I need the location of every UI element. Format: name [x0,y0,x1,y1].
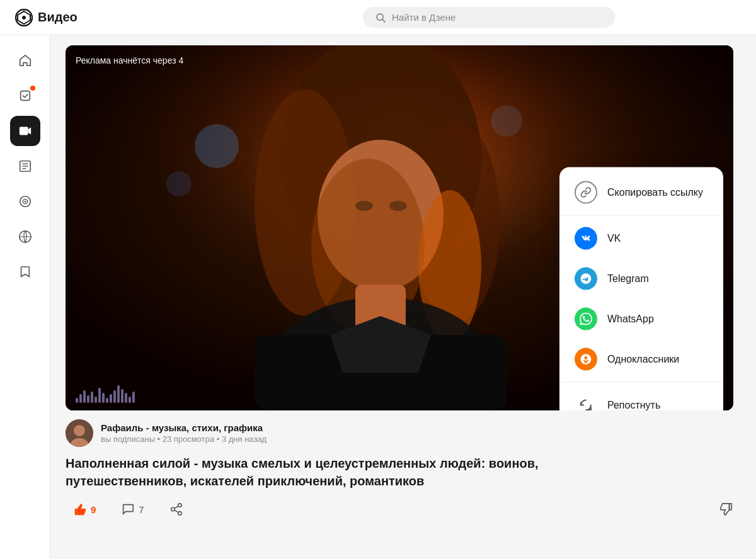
svg-point-13 [24,201,26,203]
bookmark-icon [18,265,32,279]
share-item-telegram[interactable]: Telegram [559,259,723,299]
bar [94,397,97,403]
comment-button[interactable]: 7 [113,499,151,520]
share-ok-label: Одноклассники [607,354,679,365]
svg-point-27 [389,201,407,211]
svg-line-4 [382,20,385,22]
thumb-up-icon [73,502,87,516]
share-item-ok[interactable]: Одноклассники [559,339,723,380]
channel-info: Рафаиль - музыка, стихи, графика вы подп… [66,419,741,447]
sidebar-item-home[interactable] [10,45,40,76]
like-button[interactable]: 9 [66,499,103,520]
avatar-image [66,419,93,447]
home-icon [18,54,32,67]
tasks-icon [18,89,32,103]
main-content: Реклама начнётся через 4 [50,35,756,535]
comment-count: 7 [139,504,144,515]
clips-icon [18,230,32,244]
like-count: 9 [91,504,96,515]
channel-details: Рафаиль - музыка, стихи, графика вы подп… [101,422,266,444]
bar [91,392,93,403]
share-whatsapp-label: WhatsApp [607,313,654,325]
layout: Реклама начнётся через 4 [0,0,756,535]
share-button[interactable] [162,499,191,520]
sidebar-item-clips[interactable] [10,222,40,252]
logo-icon [15,9,33,26]
sidebar-item-podcasts[interactable] [10,186,40,217]
repost-icon [575,394,597,410]
svg-rect-34 [75,509,77,515]
search-bar[interactable]: Найти в Дзене [363,7,615,28]
share-popup: Скопировать ссылку VK [559,167,723,410]
svg-point-26 [355,201,373,211]
svg-line-36 [175,506,178,509]
share-item-whatsapp[interactable]: WhatsApp [559,299,723,339]
svg-point-2 [22,16,26,20]
dislike-button[interactable] [712,499,741,520]
video-container: Реклама начнётся через 4 [66,45,733,410]
video-icon [18,124,32,138]
bar [98,388,101,403]
svg-rect-5 [20,91,30,101]
svg-point-32 [74,425,85,436]
notification-dot [30,86,35,91]
bar [87,395,89,403]
logo-text: Видео [38,10,77,25]
podcasts-icon [18,195,32,208]
share-repost-label: Репостнуть [607,400,660,410]
sound-bars-left [76,385,135,403]
sidebar-item-tasks[interactable] [10,81,40,111]
share-item-repost[interactable]: Репостнуть [559,385,723,410]
bar [110,394,112,403]
video-frame: Реклама начнётся через 4 [66,45,733,410]
whatsapp-icon [575,308,597,330]
svg-point-30 [491,105,522,137]
svg-line-35 [175,510,178,512]
ok-icon [575,348,597,371]
svg-point-28 [195,124,239,168]
vk-icon [575,227,597,250]
bar [125,393,127,403]
bar [76,398,78,403]
bar [129,397,131,403]
article-title: Наполненная силой - музыка смелых и целе… [66,455,557,490]
telegram-icon [575,268,597,290]
link-icon [575,181,597,204]
channel-meta: вы подписаны • 23 просмотра • 3 дня наза… [101,434,266,444]
share-vk-label: VK [607,233,621,244]
bar [117,385,120,403]
avatar[interactable] [66,419,93,447]
bar [113,390,116,403]
ad-label: Реклама начнётся через 4 [76,55,183,65]
share-divider-2 [559,382,723,383]
comment-icon [121,502,135,516]
header: Видео Найти в Дзене [0,0,756,35]
search-placeholder: Найти в Дзене [392,12,455,23]
share-copy-link-label: Скопировать ссылку [607,187,703,198]
bar [102,393,105,403]
svg-rect-37 [730,504,732,510]
share-telegram-label: Telegram [607,273,649,285]
svg-rect-6 [19,127,28,135]
sidebar-item-saved[interactable] [10,257,40,287]
thumb-down-icon [719,502,733,516]
share-item-copy-link[interactable]: Скопировать ссылку [559,172,723,213]
bar [121,389,123,403]
sidebar [0,35,50,559]
bar [132,392,135,403]
bar [106,398,108,403]
sidebar-item-video[interactable] [10,116,40,146]
share-icon [169,502,183,516]
search-icon [375,13,386,23]
channel-name[interactable]: Рафаиль - музыка, стихи, графика [101,422,266,433]
sidebar-item-articles[interactable] [10,151,40,181]
bar [79,394,82,403]
articles-icon [18,159,32,173]
actions-bar: 9 7 [66,499,741,525]
bar [83,390,86,403]
svg-point-29 [166,171,192,196]
share-divider [559,215,723,216]
share-item-vk[interactable]: VK [559,218,723,259]
logo[interactable]: Видео [15,9,77,26]
